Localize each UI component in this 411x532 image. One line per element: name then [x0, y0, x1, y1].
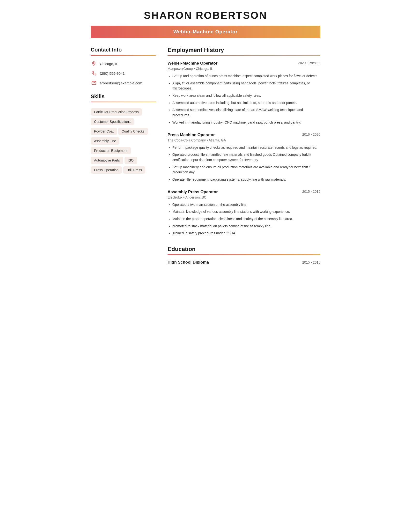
education-title: High School Diploma: [168, 260, 209, 265]
job-title: Welder-Machine Operator: [168, 61, 218, 66]
list-item: Operate filler equipment, packaging syst…: [172, 177, 320, 182]
list-item: Worked in manufacturing industry: CNC ma…: [172, 120, 320, 125]
employment-section-title: Employment History: [168, 47, 320, 53]
contact-section: Contact Info Chicago, IL: [91, 47, 156, 86]
phone-text: (280) 555-9041: [100, 71, 125, 76]
list-item: Operated a two man section on the assemb…: [172, 202, 320, 208]
list-item: Set up and operation of punch press mach…: [172, 74, 320, 79]
skills-divider: [91, 102, 156, 102]
employment-section: Employment History Welder-Machine Operat…: [168, 47, 320, 236]
list-item: Set up machinery and ensure all producti…: [172, 165, 320, 175]
job-dates: 2016 - 2020: [302, 133, 320, 136]
skill-tag: Automotive Parts: [91, 157, 123, 164]
education-entry: High School Diploma2015 - 2015: [168, 260, 320, 265]
skill-tag: Assembly Line: [91, 137, 120, 145]
skill-tag: Drill Press: [123, 166, 145, 174]
skill-tag: ISO: [124, 157, 137, 164]
employment-divider: [168, 55, 320, 56]
email-icon: [91, 80, 97, 86]
skill-tag: Powder Coat: [91, 128, 117, 135]
job-dates: 2015 - 2016: [302, 190, 320, 193]
svg-point-0: [93, 62, 94, 63]
education-container: High School Diploma2015 - 2015: [168, 260, 320, 265]
skill-tag: Customer Specifications: [91, 118, 134, 125]
skill-tag: Production Equipment: [91, 147, 131, 154]
contact-email: srobertson@example.com: [91, 80, 156, 86]
list-item: promoted to stack material on pallets co…: [172, 224, 320, 229]
education-dates: 2015 - 2015: [302, 260, 320, 264]
job-company: ManpowerGroup • Chicago, IL: [168, 67, 320, 71]
list-item: Maintain the proper operation, cleanline…: [172, 216, 320, 222]
list-item: Align, fit, or assemble component parts …: [172, 81, 320, 91]
education-divider: [168, 254, 320, 255]
list-item: Operated product fillers; handled raw ma…: [172, 152, 320, 162]
list-item: Maintain knowledge of various assembly l…: [172, 209, 320, 215]
job-title: Press Machine Operator: [168, 133, 215, 137]
phone-icon: [91, 70, 97, 76]
job-header: Welder-Machine Operator2020 - Present: [168, 61, 320, 66]
contact-section-title: Contact Info: [91, 47, 156, 53]
skill-tag: Particular Production Process: [91, 108, 142, 116]
skills-section: Skills Particular Production ProcessCust…: [91, 93, 156, 175]
title-bar: Welder-Machine Operator: [91, 26, 320, 38]
skills-tags: Particular Production ProcessCustomer Sp…: [91, 107, 156, 175]
education-section-title: Education: [168, 246, 320, 252]
jobs-container: Welder-Machine Operator2020 - PresentMan…: [168, 61, 320, 236]
email-text: srobertson@example.com: [100, 81, 142, 85]
list-item: Assembled automotive parts including, bu…: [172, 100, 320, 106]
job-bullets: Operated a two man section on the assemb…: [168, 202, 320, 236]
job-entry: Welder-Machine Operator2020 - PresentMan…: [168, 61, 320, 125]
job-header: Assembly Press Operator2015 - 2016: [168, 190, 320, 194]
list-item: Perform package quality checks as requir…: [172, 145, 320, 150]
skill-tag: Quality Checks: [118, 128, 148, 135]
job-company: Electrolux • Anderson, SC: [168, 195, 320, 199]
list-item: Assembled submersible vessels utilizing …: [172, 107, 320, 118]
candidate-name: SHARON ROBERTSON: [91, 10, 320, 21]
sidebar: Contact Info Chicago, IL: [91, 47, 156, 265]
list-item: Keep work area clean and follow all appl…: [172, 93, 320, 98]
main-content: Employment History Welder-Machine Operat…: [168, 47, 320, 265]
job-dates: 2020 - Present: [298, 61, 320, 65]
job-bullets: Perform package quality checks as requir…: [168, 145, 320, 182]
job-entry: Assembly Press Operator2015 - 2016Electr…: [168, 190, 320, 236]
job-company: The Coca-Cola Company • Atlanta, GA: [168, 138, 320, 142]
job-entry: Press Machine Operator2016 - 2020The Coc…: [168, 133, 320, 182]
skills-section-title: Skills: [91, 93, 156, 100]
contact-divider: [91, 55, 156, 56]
resume-header: SHARON ROBERTSON Welder-Machine Operator: [91, 10, 320, 38]
job-title: Assembly Press Operator: [168, 190, 218, 194]
job-title-header: Welder-Machine Operator: [173, 29, 238, 34]
education-section: Education High School Diploma2015 - 2015: [168, 246, 320, 265]
location-text: Chicago, IL: [100, 62, 118, 66]
contact-phone: (280) 555-9041: [91, 70, 156, 76]
list-item: Trained in safety procedures under OSHA.: [172, 231, 320, 236]
job-bullets: Set up and operation of punch press mach…: [168, 74, 320, 125]
location-icon: [91, 60, 97, 67]
job-header: Press Machine Operator2016 - 2020: [168, 133, 320, 137]
skill-tag: Press Operation: [91, 166, 122, 174]
contact-location: Chicago, IL: [91, 60, 156, 67]
